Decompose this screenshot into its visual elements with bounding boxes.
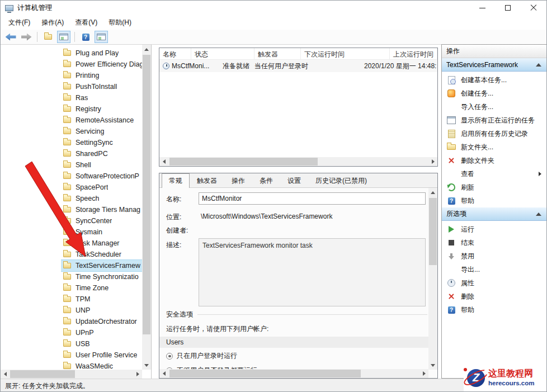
column-header[interactable]: 触发器 [254, 48, 301, 59]
action-item[interactable]: 删除文件夹 [442, 154, 547, 167]
tree-item[interactable]: Shell [61, 159, 142, 171]
scrollbar-thumb[interactable] [429, 198, 437, 265]
scroll-right-button[interactable] [133, 370, 142, 379]
scroll-right-button[interactable] [428, 157, 437, 166]
action-item[interactable]: 导入任务... [442, 100, 547, 114]
column-header[interactable]: 上次运行时间 [390, 48, 437, 59]
action-item[interactable]: 新文件夹... [442, 140, 547, 154]
tree-item[interactable]: SharedPC [61, 148, 142, 159]
minimize-button[interactable] [469, 1, 495, 15]
action-item[interactable]: 结束 [442, 236, 547, 249]
task-name-field[interactable]: MsCtfMonitor [199, 192, 426, 205]
tree-item[interactable]: Speech [61, 193, 142, 204]
tree-item[interactable]: Time Synchronizatio [61, 271, 142, 282]
account-row[interactable]: Users [159, 337, 428, 348]
scroll-left-button[interactable] [159, 157, 168, 166]
details-tab[interactable]: 操作 [224, 173, 252, 188]
column-header[interactable]: 名称 [159, 48, 191, 59]
tree-item[interactable]: Storage Tiers Manag [61, 204, 142, 215]
tree-item[interactable]: User Profile Service [61, 350, 142, 361]
action-item[interactable]: 禁用 [442, 249, 547, 263]
task-row[interactable]: MsCtfMoni... 准备就绪 当任何用户登录时 2020/1/20 星期一… [159, 60, 437, 72]
scroll-up-button[interactable] [142, 45, 151, 54]
action-item[interactable]: 显示所有正在运行的任务 [442, 114, 547, 127]
tree-item[interactable]: UNP [61, 305, 142, 316]
tree-item[interactable]: SoftwareProtectionP [61, 171, 142, 182]
details-tab[interactable]: 设置 [280, 173, 308, 188]
maximize-button[interactable] [495, 1, 521, 15]
tree-item[interactable]: Ras [61, 92, 142, 103]
menu-item[interactable]: 查看(V) [69, 16, 103, 29]
close-button[interactable] [521, 1, 546, 15]
action-item[interactable]: 查看 [442, 167, 547, 181]
action-item[interactable]: 帮助 [442, 303, 547, 317]
tree-item[interactable]: Registry [61, 103, 142, 115]
tree-item[interactable]: UPnP [61, 327, 142, 338]
scrollbar-thumb[interactable] [169, 158, 318, 166]
list-horizontal-scrollbar[interactable] [159, 157, 437, 166]
column-header[interactable]: 下次运行时间 [301, 48, 390, 59]
action-item[interactable]: 导出... [442, 263, 547, 276]
scroll-down-button[interactable] [428, 361, 437, 370]
tree-item[interactable]: TextServicesFramew [61, 260, 142, 271]
tree-vertical-scrollbar[interactable] [142, 45, 151, 370]
console-tree-toggle-button[interactable] [57, 31, 70, 43]
help-button[interactable] [79, 31, 92, 43]
action-item[interactable]: 创建任务... [442, 87, 547, 100]
menu-item[interactable]: 操作(A) [36, 16, 69, 29]
scrollbar-thumb[interactable] [143, 55, 150, 334]
tree-item[interactable]: PushToInstall [61, 81, 142, 92]
details-tab[interactable]: 条件 [252, 173, 280, 188]
tree-item[interactable]: Printing [61, 70, 142, 81]
scrollbar-thumb[interactable] [10, 370, 75, 378]
column-header[interactable]: 状态 [191, 48, 254, 59]
description-field[interactable]: TextServicesFramework monitor task [199, 238, 426, 306]
scroll-right-button[interactable] [419, 369, 428, 378]
menu-item[interactable]: 帮助(H) [103, 16, 137, 29]
tree-item[interactable]: SpacePort [61, 182, 142, 193]
tree-item[interactable]: Power Efficiency Diag [61, 59, 142, 70]
tree-item[interactable]: USB [61, 338, 142, 350]
tree-item[interactable]: SettingSync [61, 137, 142, 148]
tree-item[interactable]: TPM [61, 294, 142, 305]
action-item[interactable]: 属性 [442, 276, 547, 290]
tree-item[interactable]: RemoteAssistance [61, 115, 142, 126]
export-list-button[interactable] [41, 31, 55, 43]
action-item[interactable]: 启用所有任务历史记录 [442, 127, 547, 140]
details-tab[interactable]: 历史记录(已禁用) [308, 173, 374, 188]
action-item[interactable]: 刷新 [442, 181, 547, 194]
menu-item[interactable]: 文件(F) [3, 16, 36, 29]
tree-item[interactable]: Plug and Play [61, 48, 142, 59]
details-tab[interactable]: 触发器 [190, 173, 224, 188]
action-pane-toggle-button[interactable] [95, 31, 108, 43]
scrollbar-thumb[interactable] [169, 370, 361, 377]
back-button[interactable] [4, 31, 17, 43]
tree-item[interactable]: Task Manager [61, 238, 142, 249]
folder-icon [63, 240, 71, 246]
action-item[interactable]: 删除 [442, 290, 547, 303]
action-item[interactable]: 运行 [442, 223, 547, 236]
tree-item[interactable]: SyncCenter [61, 215, 142, 226]
action-item[interactable]: 帮助 [442, 194, 547, 207]
tree-item[interactable]: WaaSMedic [61, 361, 142, 370]
tree-item[interactable]: UpdateOrchestrator [61, 316, 142, 327]
scroll-left-button[interactable] [159, 369, 168, 378]
radio-run-when-logged-on[interactable]: 只在用户登录时运行 [166, 351, 237, 361]
scroll-up-button[interactable] [428, 188, 437, 197]
details-horizontal-scrollbar[interactable] [159, 369, 428, 378]
tree-horizontal-scrollbar[interactable] [1, 370, 142, 379]
action-item[interactable]: 创建基本任务... [442, 73, 547, 87]
folder-icon [63, 363, 71, 369]
forward-button[interactable] [20, 31, 33, 43]
selected-item-section-header[interactable]: 所选项 [442, 207, 547, 221]
tree-item[interactable]: Servicing [61, 126, 142, 137]
tree-item[interactable]: Sysmain [61, 226, 142, 238]
details-vertical-scrollbar[interactable] [428, 188, 437, 370]
scroll-left-button[interactable] [1, 370, 10, 379]
description-value: TextServicesFramework monitor task [202, 242, 313, 249]
scroll-down-button[interactable] [142, 361, 151, 370]
details-tab[interactable]: 常规 [162, 173, 190, 188]
folder-actions-section-header[interactable]: TextServicesFramework [442, 58, 547, 72]
tree-item[interactable]: Time Zone [61, 282, 142, 294]
tree-item[interactable]: TaskScheduler [61, 249, 142, 260]
